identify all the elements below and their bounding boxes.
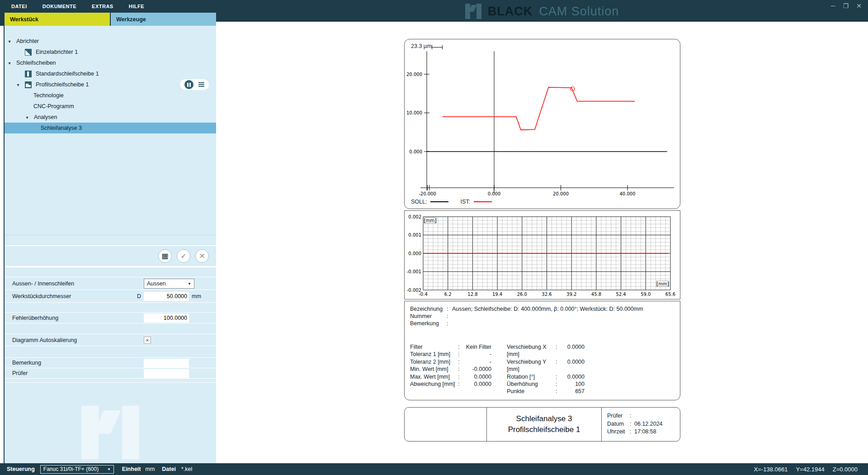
fehler-input[interactable] xyxy=(144,314,189,323)
tree-item-technologie[interactable]: Technologie xyxy=(5,90,216,101)
scale-bar-icon xyxy=(432,45,443,49)
info-label: Nummer xyxy=(410,313,447,320)
legend-soll-label: SOLL: xyxy=(411,199,427,205)
close-icon[interactable]: ✕ xyxy=(856,2,862,10)
window-controls: ─ ❐ ✕ xyxy=(831,2,862,10)
list-icon[interactable] xyxy=(198,82,204,87)
profile-wheel-icon xyxy=(25,81,32,88)
chart-legend: SOLL: IST: xyxy=(411,199,495,205)
tick-label: -0.001 xyxy=(407,269,421,274)
schleifart-label: Aussen- / Innenschleifen xyxy=(12,280,74,287)
form-gap xyxy=(5,302,216,312)
analysis-info-panel: Bezeichnung:Aussen; Schleifscheibe: D: 4… xyxy=(404,301,680,400)
tree-item-schleifanalyse-3[interactable]: Schleifanalyse 3 xyxy=(5,123,216,133)
tick-label: 0.000 xyxy=(408,251,421,256)
form-row-bemerkung: Bemerkung xyxy=(5,357,216,368)
maximize-icon[interactable]: ❐ xyxy=(843,2,849,10)
durchmesser-input[interactable] xyxy=(144,292,189,301)
info-value: - xyxy=(463,351,491,358)
tick-label: 0.000 xyxy=(409,149,422,154)
tree-item-abrichter[interactable]: ▾ Abrichter xyxy=(5,36,216,47)
cancel-button[interactable]: ✕ xyxy=(195,249,209,263)
colon: : xyxy=(556,358,561,373)
tree-item-schleifscheiben[interactable]: ▾ Schleifscheiben xyxy=(5,57,216,68)
minimize-icon[interactable]: ─ xyxy=(831,2,835,10)
form-row-fehlerueberhoehung: Fehlerüberhöhung xyxy=(5,312,216,323)
menu-extras[interactable]: EXTRAS xyxy=(92,4,113,9)
form-row-autoskalierung: Diagramm Autoskalierung × xyxy=(5,334,216,346)
calculator-button[interactable]: ▦ xyxy=(158,249,172,263)
menubar: DATEI DOKUMENTE EXTRAS HILFE xyxy=(11,0,144,13)
info-label: Verschiebung Y [mm] xyxy=(507,358,556,373)
menu-hilfe[interactable]: HILFE xyxy=(129,4,144,9)
form-row-schleifart: Aussen- / Innenschleifen Aussen ▼ xyxy=(5,277,216,290)
tab-werkstueck[interactable]: Werkstück xyxy=(5,13,110,26)
fehler-label: Fehlerüberhöhung xyxy=(12,315,58,321)
colon: : xyxy=(630,420,634,428)
tick-label: 39.2 xyxy=(566,292,576,297)
wheel-badge-pill xyxy=(180,79,209,90)
series-ist xyxy=(443,87,635,130)
steuerung-label: Steuerung xyxy=(7,466,35,472)
tree-label: Standardschleifscheibe 1 xyxy=(36,71,99,77)
tree-item-cnc-programm[interactable]: CNC-Programm xyxy=(5,101,216,112)
title-block-meta-cell: Prüfer: Datum:06.12.2024 Uhrzeit:17:08:5… xyxy=(602,408,680,441)
info-label: Verschiebung X [mm] xyxy=(507,343,556,358)
einheit-label: Einheit xyxy=(122,466,141,472)
coord-y: Y=42.1944 xyxy=(796,466,824,473)
expander-icon[interactable]: ▾ xyxy=(15,82,21,87)
einheit-value: mm xyxy=(145,466,155,472)
meta-label: Uhrzeit xyxy=(607,428,630,436)
tab-werkzeuge[interactable]: Werkzeuge xyxy=(111,13,216,26)
form-toolbar: ▦ ✓ ✕ xyxy=(5,245,216,267)
tick-label: 19.4 xyxy=(492,292,502,297)
menu-dokumente[interactable]: DOKUMENTE xyxy=(42,4,76,9)
controller-dropdown[interactable]: Fanuc 31i/0i-TF+ (600) ▼ xyxy=(40,465,114,474)
tree-item-einzelabrichter[interactable]: ▾ Einzelabrichter 1 xyxy=(5,47,216,57)
info-value: 0.0000 xyxy=(561,358,585,373)
tick-label: 26.0 xyxy=(517,292,527,297)
tree-item-standardschleifscheibe[interactable]: ▾ Standardschleifscheibe 1 xyxy=(5,68,216,79)
form-gap xyxy=(5,323,216,334)
tick-label: 65.6 xyxy=(665,292,675,297)
cancel-icon: ✕ xyxy=(199,252,205,260)
confirm-button[interactable]: ✓ xyxy=(177,249,190,263)
info-value: 0.0000 xyxy=(463,380,491,388)
tick-label: 45.8 xyxy=(591,292,601,297)
deviation-chart-panel: -0.46.212.819.426.032.639.245.852.459.06… xyxy=(404,210,680,299)
info-value: Aussen; Schleifscheibe: D: 400.000mm, β:… xyxy=(452,305,643,313)
info-value: -0.0000 xyxy=(463,366,491,373)
expander-icon[interactable]: ▾ xyxy=(6,61,13,66)
info-label: Toleranz 1 [mm] xyxy=(410,351,458,358)
durchmesser-unit: mm xyxy=(192,293,201,299)
analysis-title: Schleifanalyse 3 xyxy=(516,413,572,424)
colon: : xyxy=(458,351,463,358)
tick-label: 0.001 xyxy=(408,233,421,238)
meta-label: Datum xyxy=(607,420,630,428)
menu-datei[interactable]: DATEI xyxy=(11,4,27,9)
info-value: - xyxy=(463,358,491,366)
expander-icon[interactable]: ▾ xyxy=(6,39,13,44)
info-value: Kein Filter xyxy=(463,343,491,351)
info-value: 100 xyxy=(561,380,585,388)
tick-label: 59.0 xyxy=(641,292,651,297)
bemerkung-input[interactable] xyxy=(144,359,189,368)
tick-label: 20.000 xyxy=(553,191,569,196)
tick-label: [mm] xyxy=(656,281,669,286)
form-gap xyxy=(5,346,216,357)
sidebar-panel: ▾ Abrichter ▾ Einzelabrichter 1 ▾ Schlei… xyxy=(5,26,216,463)
meta-value: 17:08:58 xyxy=(634,428,680,436)
autoskalierung-checkbox[interactable]: × xyxy=(144,337,151,344)
chevron-down-icon: ▼ xyxy=(188,282,191,286)
colon: : xyxy=(556,388,561,395)
pause-icon[interactable] xyxy=(184,80,193,89)
tick-label: 0.002 xyxy=(408,214,421,219)
schleifart-dropdown[interactable]: Aussen ▼ xyxy=(144,279,194,289)
pruefer-input[interactable] xyxy=(144,369,189,378)
expander-icon[interactable]: ▾ xyxy=(24,115,30,120)
tree-item-profilschleifscheibe[interactable]: ▾ Profilschleifscheibe 1 xyxy=(5,79,216,90)
colon: : xyxy=(556,380,561,388)
info-table-left: Filter:Kein Filter Toleranz 1 [mm]:- Tol… xyxy=(410,343,491,388)
tick-label: 32.6 xyxy=(542,292,552,297)
tree-item-analysen[interactable]: ▾ Analysen xyxy=(5,112,216,123)
